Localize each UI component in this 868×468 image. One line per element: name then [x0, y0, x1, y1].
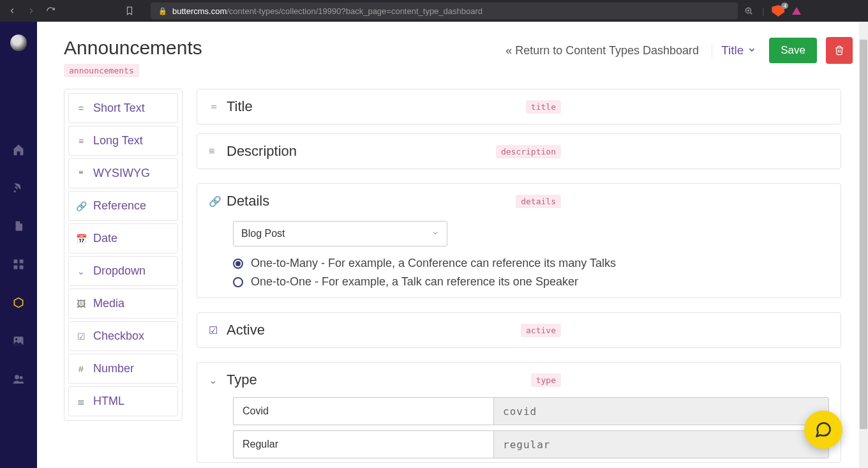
field-slug-badge: title: [526, 100, 561, 114]
bookmark-icon[interactable]: [125, 5, 134, 17]
link-icon: 🔗: [75, 201, 87, 211]
palette-label: Date: [93, 232, 117, 245]
palette-label: WYSIWYG: [93, 167, 150, 180]
chevron-down-icon: ⌄: [209, 374, 227, 386]
save-button[interactable]: Save: [769, 38, 817, 63]
svg-rect-11: [20, 260, 24, 264]
dropdown-option-row: Regular regular: [233, 430, 829, 458]
title-dropdown-label: Title: [721, 43, 744, 57]
palette-reference[interactable]: 🔗Reference: [68, 191, 178, 221]
relation-one-to-one[interactable]: One-to-One - For example, a Talk can ref…: [233, 275, 829, 289]
field-label: Title: [227, 98, 253, 115]
radio-label: One-to-One - For example, a Talk can ref…: [251, 275, 578, 289]
zoom-icon[interactable]: [743, 5, 754, 17]
chevron-down-icon: [747, 43, 756, 57]
chevron-down-icon: ⌄: [75, 266, 87, 276]
shields-icon[interactable]: 4: [772, 5, 784, 17]
app-sidebar: [0, 22, 37, 468]
palette-label: Long Text: [93, 134, 143, 147]
pages-icon[interactable]: [11, 218, 26, 234]
field-slug-badge: active: [521, 324, 561, 337]
reload-icon[interactable]: [45, 5, 56, 17]
option-name-input[interactable]: Covid: [233, 397, 493, 425]
home-icon[interactable]: [11, 142, 26, 157]
svg-point-9: [14, 190, 16, 192]
svg-point-15: [15, 338, 17, 340]
checkbox-icon: ☑: [75, 331, 87, 342]
page-title: Announcements: [64, 37, 202, 59]
hash-icon: #: [75, 364, 87, 374]
field-label: Active: [227, 322, 265, 338]
radio-icon: [233, 277, 243, 287]
palette-html[interactable]: ≣HTML: [68, 386, 178, 416]
palette-long-text[interactable]: ≡Long Text: [68, 126, 178, 156]
palette-label: Short Text: [93, 102, 145, 115]
field-card-type[interactable]: ⌄ Type type Covid covid Re: [197, 362, 841, 463]
url-domain: buttercms.com: [172, 6, 227, 16]
field-palette: =Short Text ≡Long Text ❝WYSIWYG 🔗Referen…: [64, 89, 183, 421]
list-icon: ≣: [75, 396, 87, 407]
shields-count: 4: [781, 3, 788, 9]
svg-rect-12: [14, 266, 18, 269]
option-name-input[interactable]: Regular: [233, 430, 493, 458]
option-slug: regular: [493, 430, 829, 458]
link-icon: 🔗: [209, 195, 227, 208]
content-types-icon[interactable]: [11, 295, 26, 310]
palette-label: Number: [93, 362, 134, 375]
brave-token-icon[interactable]: [792, 7, 801, 15]
field-card-title[interactable]: ＝ Title title: [197, 89, 841, 125]
relation-one-to-many[interactable]: One-to-Many - For example, a Conference …: [233, 257, 829, 270]
field-card-description[interactable]: ≡ Description description: [197, 133, 841, 169]
users-icon[interactable]: [11, 372, 26, 387]
long-text-icon: ≡: [209, 146, 227, 157]
palette-date[interactable]: 📅Date: [68, 223, 178, 253]
collections-icon[interactable]: [11, 257, 26, 272]
avatar[interactable]: [10, 34, 27, 51]
checkbox-icon: ☑: [209, 324, 227, 336]
main-content: Announcements announcements « Return to …: [37, 22, 868, 468]
palette-label: Dropdown: [93, 264, 146, 278]
svg-line-3: [750, 12, 752, 14]
short-text-icon: =: [75, 103, 87, 114]
palette-checkbox[interactable]: ☑Checkbox: [68, 321, 178, 351]
radio-label: One-to-Many - For example, a Conference …: [251, 257, 616, 270]
svg-rect-10: [14, 260, 18, 264]
field-card-active[interactable]: ☑ Active active: [197, 312, 841, 348]
quote-icon: ❝: [75, 169, 87, 179]
palette-short-text[interactable]: =Short Text: [68, 93, 178, 123]
page-slug-badge: announcements: [64, 64, 139, 77]
url-bar[interactable]: 🔒 buttercms.com/content-types/collection…: [151, 3, 738, 19]
field-label: Details: [227, 193, 269, 209]
field-card-details[interactable]: 🔗 Details details Blog Post: [197, 183, 841, 298]
long-text-icon: ≡: [75, 136, 87, 146]
media-icon[interactable]: [11, 333, 26, 349]
palette-dropdown[interactable]: ⌄Dropdown: [68, 256, 178, 286]
forward-icon[interactable]: [26, 5, 37, 17]
browser-chrome: 🔒 buttercms.com/content-types/collection…: [0, 0, 868, 22]
scrollbar-thumb[interactable]: [860, 40, 867, 429]
blog-icon[interactable]: [11, 180, 26, 195]
palette-wysiwyg[interactable]: ❝WYSIWYG: [68, 158, 178, 188]
title-dropdown[interactable]: Title: [721, 43, 760, 57]
back-icon[interactable]: [6, 5, 18, 17]
palette-media[interactable]: 🖼Media: [68, 289, 178, 319]
chevron-down-icon: [431, 228, 439, 239]
palette-label: Reference: [93, 199, 146, 213]
svg-point-17: [20, 376, 23, 379]
url-path: /content-types/collection/19990?back_pag…: [227, 6, 483, 16]
return-link[interactable]: « Return to Content Types Dashboard: [505, 44, 712, 57]
page-header: Announcements announcements « Return to …: [52, 28, 853, 89]
delete-button[interactable]: [826, 37, 853, 64]
reference-select[interactable]: Blog Post: [233, 221, 447, 246]
reference-select-value: Blog Post: [241, 228, 285, 239]
radio-icon: [233, 259, 243, 269]
short-text-icon: ＝: [209, 100, 227, 114]
scrollbar[interactable]: [859, 22, 868, 468]
palette-label: Checkbox: [93, 329, 144, 343]
chat-widget[interactable]: [804, 411, 842, 449]
field-slug-badge: details: [516, 195, 561, 208]
field-slug-badge: description: [496, 145, 561, 158]
image-icon: 🖼: [75, 299, 87, 309]
svg-point-16: [15, 375, 19, 379]
palette-number[interactable]: #Number: [68, 354, 178, 384]
